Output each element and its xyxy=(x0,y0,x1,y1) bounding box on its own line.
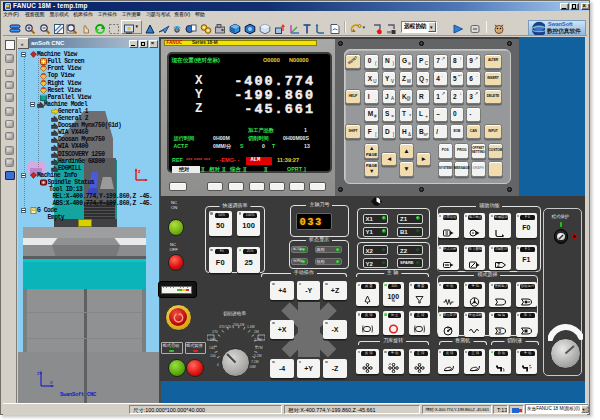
svg-text:200: 200 xyxy=(210,338,216,342)
svg-text:0: 0 xyxy=(217,363,219,367)
svg-text:3.7M: 3.7M xyxy=(255,346,263,350)
svg-text:5.2M: 5.2M xyxy=(254,354,262,358)
svg-text:x: x xyxy=(50,379,53,385)
svg-text:7.2M: 7.2M xyxy=(251,360,259,364)
svg-text:1.4M: 1.4M xyxy=(247,325,255,329)
svg-text:Z: Z xyxy=(497,262,500,268)
svg-text:2M: 2M xyxy=(254,330,259,334)
svg-text:2.7M: 2.7M xyxy=(254,338,262,342)
svg-text:100: 100 xyxy=(210,354,216,358)
svg-text:z: z xyxy=(37,370,40,376)
svg-text:140: 140 xyxy=(209,346,215,350)
svg-text:3: 3 xyxy=(498,328,501,334)
svg-text:270: 270 xyxy=(212,330,218,334)
svg-text:z: z xyxy=(138,168,141,174)
svg-text:700 1M: 700 1M xyxy=(233,323,244,327)
svg-text:370 520: 370 520 xyxy=(219,325,231,329)
svg-text:10M: 10M xyxy=(249,365,256,369)
